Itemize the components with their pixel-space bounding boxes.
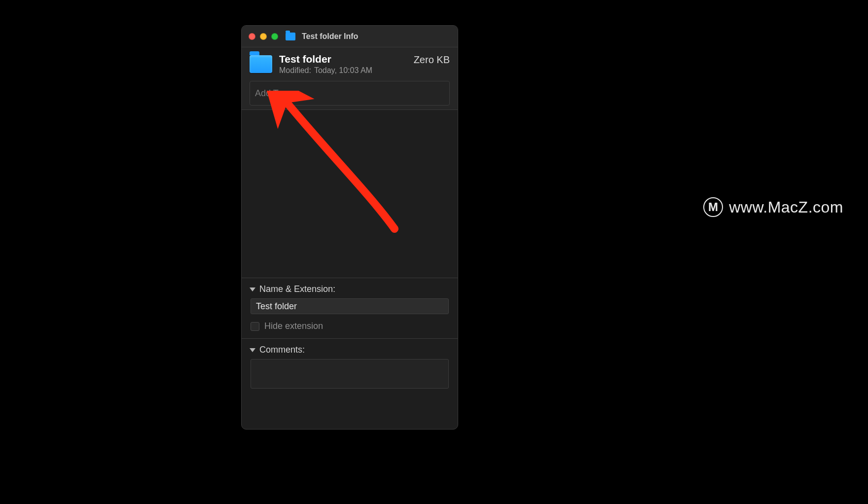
tags-input[interactable] xyxy=(250,81,450,106)
chevron-down-icon xyxy=(250,288,255,291)
folder-icon xyxy=(250,55,272,73)
info-header: Test folder Modified:Today, 10:03 AM Zer… xyxy=(242,47,458,110)
blank-area xyxy=(242,110,458,278)
watermark: M www.MacZ.com xyxy=(703,197,843,217)
desktop: Test folder Info Test folder Modified:To… xyxy=(0,0,868,504)
hide-extension-row[interactable]: Hide extension xyxy=(251,321,449,331)
section-title: Name & Extension: xyxy=(259,284,335,294)
modified-label: Modified: xyxy=(279,66,311,74)
hide-extension-checkbox[interactable] xyxy=(251,322,259,331)
modified-value: Today, 10:03 AM xyxy=(314,66,372,74)
section-comments: Comments: xyxy=(242,338,458,397)
maximize-button[interactable] xyxy=(271,33,278,40)
window-title: Test folder Info xyxy=(302,32,358,41)
watermark-text: www.MacZ.com xyxy=(729,198,843,216)
section-title: Comments: xyxy=(259,345,305,355)
hide-extension-label: Hide extension xyxy=(264,321,323,331)
section-header-comments[interactable]: Comments: xyxy=(242,339,458,357)
chevron-down-icon xyxy=(250,348,255,352)
window-controls xyxy=(249,33,278,40)
modified-row: Modified:Today, 10:03 AM xyxy=(279,66,407,75)
section-name-extension: Name & Extension: Hide extension xyxy=(242,278,458,338)
section-header-name-extension[interactable]: Name & Extension: xyxy=(242,278,458,296)
watermark-logo-icon: M xyxy=(703,197,723,217)
folder-icon xyxy=(286,33,295,40)
item-name: Test folder xyxy=(279,53,407,65)
get-info-window: Test folder Info Test folder Modified:To… xyxy=(241,25,458,430)
item-size: Zero KB xyxy=(414,54,450,66)
comments-textarea[interactable] xyxy=(251,359,449,389)
close-button[interactable] xyxy=(249,33,255,40)
minimize-button[interactable] xyxy=(260,33,267,40)
titlebar: Test folder Info xyxy=(242,26,458,47)
name-extension-input[interactable] xyxy=(251,298,449,314)
